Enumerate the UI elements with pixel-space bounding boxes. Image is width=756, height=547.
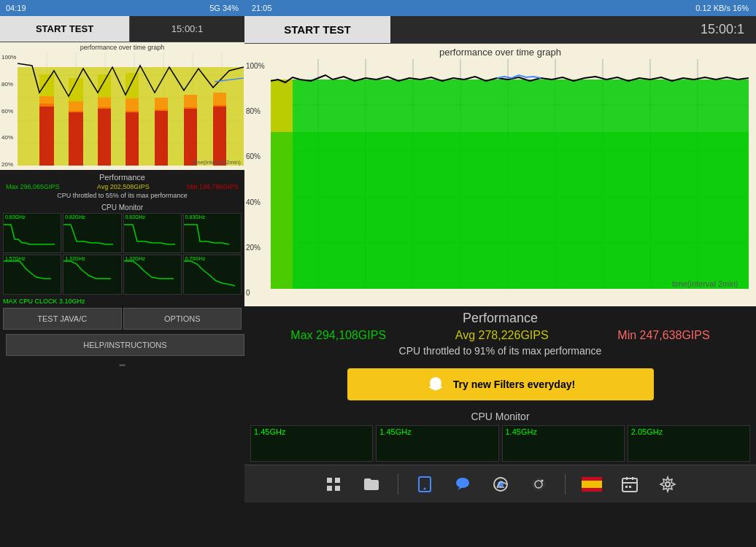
right-graph-svg: time(interval 2min) <box>271 59 749 289</box>
svg-rect-25 <box>184 95 197 109</box>
right-graph-area: 100% 80% 60% 40% 20% 0 <box>244 59 756 300</box>
left-graph-svg: time(interval 2min) <box>18 53 244 166</box>
cpu-freq-5: 1.32GHz <box>65 256 85 261</box>
right-start-button[interactable]: START TEST <box>244 16 390 43</box>
svg-rect-66 <box>327 486 332 491</box>
settings-icon[interactable] <box>656 473 679 496</box>
svg-rect-16 <box>126 111 139 166</box>
cpu-cell-4: 1.57GHz <box>3 255 61 295</box>
right-status-icons: 0.12 KB/s 16% <box>695 4 749 12</box>
right-perf-avg: Avg 278,226GIPS <box>455 329 549 342</box>
options-button[interactable]: OPTIONS <box>123 308 242 330</box>
svg-point-69 <box>456 478 469 488</box>
cpu-cell-2: 0.82GHz <box>123 213 182 253</box>
left-scroll-indicator: ▬ <box>0 359 244 370</box>
right-cpu-cell-1: 1.45GHz <box>376 425 498 462</box>
calendar-icon[interactable] <box>618 473 641 496</box>
cpu-freq-1: 0.82GHz <box>65 214 85 220</box>
left-perf-title: Performance <box>6 173 239 182</box>
right-time: 21:05 <box>252 4 272 12</box>
test-java-button[interactable]: TEST JAVA/C <box>3 308 122 330</box>
svg-rect-26 <box>213 93 226 106</box>
left-perf-min: Min 196,796GIPS <box>187 183 239 190</box>
chat-icon[interactable] <box>451 473 474 496</box>
camera-icon[interactable] <box>527 473 550 496</box>
left-start-button[interactable]: START TEST <box>0 16 130 42</box>
left-cpu-grid: 0.83GHz 0.82GHz 0.82GHz <box>3 213 242 295</box>
svg-point-68 <box>423 487 425 489</box>
nav-divider-1 <box>398 474 398 494</box>
cpu-freq-7: 0.70GHz <box>185 256 206 261</box>
right-perf-min: Min 247,638GIPS <box>617 329 709 342</box>
svg-point-78 <box>541 479 543 481</box>
left-panel: 04:19 5G 34% START TEST 15:00:1 performa… <box>0 0 244 547</box>
svg-point-87 <box>666 482 670 486</box>
left-help-container: HELP/INSTRUCTIONS <box>0 331 244 359</box>
right-y-labels: 100% 80% 60% 40% 20% 0 <box>244 59 271 300</box>
right-perf-throttle: CPU throttled to 91% of its max performa… <box>256 345 744 357</box>
left-cpu-monitor-title: CPU Monitor <box>3 203 242 212</box>
left-time: 04:19 <box>6 4 26 12</box>
help-button[interactable]: HELP/INSTRUCTIONS <box>6 334 244 356</box>
right-status-bar: 21:05 0.12 KB/s 16% <box>244 0 756 16</box>
cpu-cell-0: 0.83GHz <box>3 213 61 253</box>
right-timer: 15:00:1 <box>390 22 756 37</box>
svg-rect-18 <box>184 107 197 166</box>
cpu-freq-3: 0.83GHz <box>185 214 206 220</box>
cpu-freq-2: 0.82GHz <box>126 214 146 220</box>
svg-point-76 <box>532 478 545 491</box>
flag-icon[interactable] <box>580 473 603 496</box>
cpu-cell-6: 1.32GHz <box>123 255 182 295</box>
cpu-freq-6: 1.32GHz <box>126 256 146 261</box>
svg-rect-20 <box>39 96 54 106</box>
left-graph-title: performance over time graph <box>0 42 244 53</box>
folder-icon[interactable] <box>360 473 383 496</box>
svg-rect-21 <box>69 100 83 112</box>
svg-rect-81 <box>622 478 637 492</box>
left-max-cpu: MAX CPU CLOCK 3.10GHz <box>0 296 244 306</box>
left-cpu-monitor: CPU Monitor 0.83GHz 0.82GHz 0.82GHz <box>0 202 244 296</box>
left-perf-avg: Avg 202,508GIPS <box>97 183 150 190</box>
svg-rect-85 <box>625 486 628 488</box>
left-perf-max: Max 296,065GIPS <box>6 183 60 190</box>
svg-rect-14 <box>69 111 83 166</box>
left-perf-stats: Max 296,065GIPS Avg 202,508GIPS Min 196,… <box>6 183 239 190</box>
svg-rect-29 <box>98 74 111 98</box>
svg-rect-67 <box>335 486 340 491</box>
ad-text: Try new Filters everyday! <box>453 379 575 390</box>
svg-rect-30 <box>126 73 139 98</box>
cpu-cell-1: 0.82GHz <box>63 213 121 253</box>
svg-text:time(interval 2min): time(interval 2min) <box>193 159 241 166</box>
phone-icon[interactable] <box>413 473 436 496</box>
svg-rect-65 <box>335 478 340 483</box>
left-graph-area: 100% 80% 60% 40% 20% <box>0 53 244 169</box>
svg-rect-86 <box>629 486 631 488</box>
left-y-labels: 100% 80% 60% 40% 20% <box>0 53 18 169</box>
right-cpu-cell-0: 1.45GHz <box>250 425 373 462</box>
ad-container: Try new Filters everyday! <box>244 361 756 408</box>
right-cpu-freq-0: 1.45GHz <box>254 427 285 436</box>
right-cpu-cell-2: 1.45GHz <box>502 425 625 462</box>
left-timer: 15:00:1 <box>130 16 244 42</box>
right-cpu-freq-3: 2.05GHz <box>631 427 663 436</box>
left-perf-throttle: CPU throttled to 55% of its max performa… <box>6 192 239 199</box>
svg-rect-80 <box>582 481 602 488</box>
snapchat-icon <box>425 374 446 395</box>
cpu-freq-0: 0.83GHz <box>5 214 26 220</box>
right-cpu-freq-1: 1.45GHz <box>379 427 411 436</box>
right-cpu-cell-3: 2.05GHz <box>628 425 750 462</box>
left-bottom-buttons: TEST JAVA/C OPTIONS <box>0 306 244 331</box>
svg-rect-24 <box>155 98 168 111</box>
left-status-bar: 04:19 5G 34% <box>0 0 244 16</box>
right-perf-max: Max 294,108GIPS <box>290 329 386 342</box>
cpu-cell-5: 1.32GHz <box>63 255 121 295</box>
ad-banner[interactable]: Try new Filters everyday! <box>347 368 654 400</box>
left-graph-container: performance over time graph 100% 80% 60%… <box>0 42 244 170</box>
chrome-icon[interactable] <box>489 473 512 496</box>
right-cpu-freq-2: 1.45GHz <box>506 427 537 436</box>
svg-rect-57 <box>271 132 749 289</box>
right-cpu-grid: 1.45GHz 1.45GHz 1.45GHz 2.05GHz <box>250 425 750 462</box>
svg-text:time(interval 2min): time(interval 2min) <box>672 279 738 288</box>
grid-icon[interactable] <box>322 473 345 496</box>
right-graph-title: performance over time graph <box>244 44 756 59</box>
